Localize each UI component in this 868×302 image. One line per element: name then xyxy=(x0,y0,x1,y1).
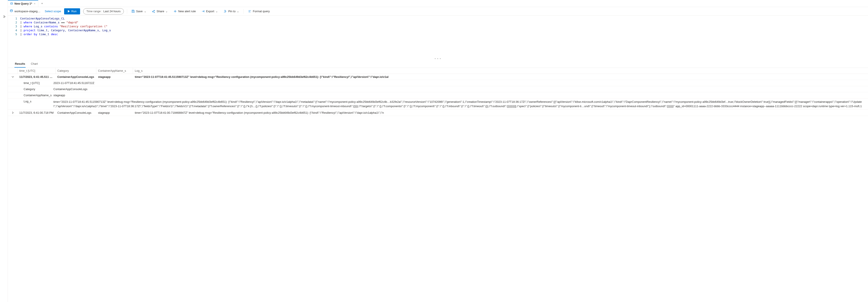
cell: time="2023-11-07T18:41:00.718468847Z" le… xyxy=(133,110,868,116)
col-log[interactable]: Log_s xyxy=(133,68,868,74)
results-tabbar: Results Chart xyxy=(8,60,868,68)
query-tab-title: New Query 1* xyxy=(14,2,32,5)
save-button[interactable]: Save ⌄ xyxy=(130,9,148,14)
left-rail xyxy=(0,0,8,302)
export-button[interactable]: Export ⌄ xyxy=(200,9,219,14)
grid-header: time_t [UTC] Category ContainerAppName_s… xyxy=(8,68,868,74)
col-app[interactable]: ContainerAppName_s xyxy=(96,68,133,74)
cell: time="2023-11-07T18:41:45.511590713Z" le… xyxy=(133,74,868,80)
col-expand xyxy=(8,68,18,74)
collapse-row-button[interactable] xyxy=(8,74,18,80)
run-button-label: Run xyxy=(71,10,76,13)
table-row[interactable]: 11/7/2023, 6:41:00.718 PMContainerAppCon… xyxy=(8,110,868,116)
svg-point-0 xyxy=(11,2,13,3)
save-label: Save xyxy=(136,10,143,13)
time-range-value: Last 24 hours xyxy=(103,10,121,13)
format-icon xyxy=(248,10,251,13)
cell: 11/7/2023, 6:41:00.718 PM xyxy=(18,110,56,116)
run-button[interactable]: Run xyxy=(64,8,80,14)
cell: stageapp xyxy=(96,74,133,80)
detail-value: stageapp xyxy=(52,92,868,98)
table-row[interactable]: 11/7/2023, 6:41:45.511 …ContainerAppCons… xyxy=(8,74,868,80)
workspace-scope: workspace-stageg… Select scope xyxy=(10,9,61,13)
detail-value: 2023-11-07T18:41:45.5116722Z xyxy=(52,80,868,86)
detail-key: Log_s xyxy=(8,98,52,109)
results-tab[interactable]: Results xyxy=(14,60,26,68)
chevron-down-icon: ⌄ xyxy=(144,10,146,13)
editor-code[interactable]: ContainerAppConsoleLogs_CL| where Contai… xyxy=(20,16,868,36)
add-tab-button[interactable]: + xyxy=(38,0,46,7)
export-label: Export xyxy=(206,10,214,13)
col-time[interactable]: time_t [UTC] xyxy=(18,68,56,74)
new-alert-button[interactable]: New alert rule xyxy=(172,9,197,14)
new-alert-label: New alert rule xyxy=(178,10,196,13)
chevron-down-icon: ⌄ xyxy=(237,10,239,13)
chevron-down-icon: ⌄ xyxy=(216,10,218,13)
share-label: Share xyxy=(157,10,164,13)
editor-padding xyxy=(8,38,868,57)
detail-row: Log_stime="2023-11-07T18:41:45.511590713… xyxy=(8,98,868,110)
editor-gutter: 12345 xyxy=(8,16,20,36)
workspace-name: workspace-stageg… xyxy=(14,10,40,13)
chevron-down-icon: ⌄ xyxy=(165,10,168,13)
detail-value: time="2023-11-07T18:41:45.511590713Z" le… xyxy=(52,98,868,109)
col-category[interactable]: Category xyxy=(56,68,96,74)
main-panel: New Query 1* × + workspace-stageg… Selec… xyxy=(8,0,868,302)
share-button[interactable]: Share ⌄ xyxy=(151,9,169,14)
query-toolbar: workspace-stageg… Select scope Run Time … xyxy=(8,7,868,16)
detail-value: ContainerAppConsoleLogs xyxy=(52,86,868,92)
share-icon xyxy=(152,10,155,13)
play-icon xyxy=(68,10,70,12)
pin-label: Pin to xyxy=(228,10,236,13)
export-icon xyxy=(202,10,205,13)
time-range-picker[interactable]: Time range : Last 24 hours xyxy=(83,8,124,14)
query-editor[interactable]: 12345 ContainerAppConsoleLogs_CL| where … xyxy=(8,16,868,38)
query-tab-active[interactable]: New Query 1* × xyxy=(8,0,38,7)
cell: stageapp xyxy=(96,110,133,116)
chart-tab[interactable]: Chart xyxy=(30,60,38,68)
format-query-button[interactable]: Format query xyxy=(247,9,271,14)
results-grid: time_t [UTC] Category ContainerAppName_s… xyxy=(8,68,868,116)
cell: ContainerAppConsoleLogs xyxy=(56,110,96,116)
time-range-label: Time range : xyxy=(86,10,102,13)
close-tab-button[interactable]: × xyxy=(33,2,36,5)
detail-key: ContainerAppName_s xyxy=(8,92,52,98)
detail-row: time_t [UTC]2023-11-07T18:41:45.5116722Z xyxy=(8,80,868,86)
detail-row: ContainerAppName_sstageapp xyxy=(8,92,868,98)
detail-row: CategoryContainerAppConsoleLogs xyxy=(8,86,868,92)
cell: 11/7/2023, 6:41:45.511 … xyxy=(18,74,56,80)
query-tab-icon xyxy=(10,2,13,5)
cell: ContainerAppConsoleLogs xyxy=(56,74,96,80)
query-tabbar: New Query 1* × + xyxy=(8,0,868,7)
select-scope-link[interactable]: Select scope xyxy=(45,10,61,13)
expand-rail-button[interactable] xyxy=(1,13,7,20)
detail-key: Category xyxy=(8,86,52,92)
horizontal-splitter[interactable]: • • • xyxy=(8,57,868,60)
expand-row-button[interactable] xyxy=(8,110,18,116)
svg-point-1 xyxy=(10,10,12,10)
format-label: Format query xyxy=(253,10,270,13)
plus-icon xyxy=(174,10,177,13)
workspace-icon xyxy=(10,9,13,13)
save-icon xyxy=(131,10,135,13)
pin-button[interactable]: Pin to ⌄ xyxy=(222,9,241,14)
detail-key: time_t [UTC] xyxy=(8,80,52,86)
pin-icon xyxy=(224,10,227,13)
